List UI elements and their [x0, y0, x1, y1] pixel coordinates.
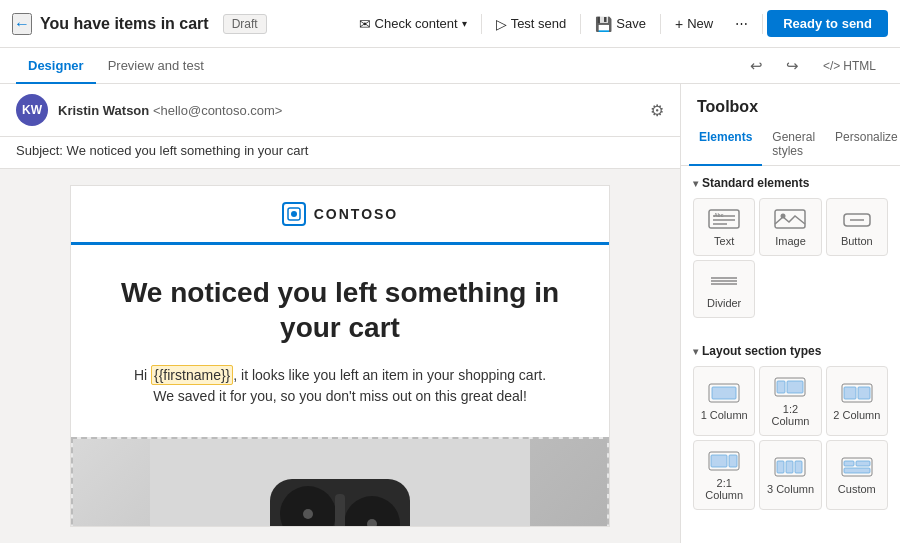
svg-rect-15: [775, 210, 805, 228]
2col-label: 2 Column: [833, 409, 880, 421]
more-button[interactable]: ⋯: [725, 11, 758, 36]
toolbox-pane: Toolbox Elements General styles Personal…: [680, 84, 900, 543]
layout-custom[interactable]: Custom: [826, 440, 888, 510]
email-canvas: CONTOSO We noticed you left something in…: [70, 185, 610, 527]
back-button[interactable]: ←: [12, 13, 32, 35]
svg-rect-40: [844, 468, 870, 473]
email-logo-section: CONTOSO: [71, 186, 609, 245]
tab-designer[interactable]: Designer: [16, 48, 96, 84]
svg-rect-32: [729, 455, 737, 467]
button-label: Button: [841, 235, 873, 247]
svg-rect-39: [856, 461, 870, 466]
svg-rect-8: [335, 494, 345, 527]
layout-21col[interactable]: 2:1 Column: [693, 440, 755, 510]
svg-rect-25: [777, 381, 785, 393]
svg-rect-31: [711, 455, 727, 467]
3col-label: 3 Column: [767, 483, 814, 495]
ready-to-send-button[interactable]: Ready to send: [767, 10, 888, 37]
chevron-layout-icon: ▾: [693, 346, 698, 357]
tab-bar: Designer Preview and test ↩ ↪ </> HTML: [0, 48, 900, 84]
settings-icon[interactable]: ⚙: [650, 101, 664, 120]
button-element-icon: [839, 207, 875, 231]
contoso-logo-text: CONTOSO: [314, 206, 399, 222]
layout-2col[interactable]: 2 Column: [826, 366, 888, 436]
custom-label: Custom: [838, 483, 876, 495]
email-sub-text: Hi {{firstname}}, it looks like you left…: [111, 365, 569, 407]
toolbox-tab-elements[interactable]: Elements: [689, 124, 762, 166]
save-icon: 💾: [595, 16, 612, 32]
envelope-icon: ✉: [359, 16, 371, 32]
layout-1col[interactable]: 1 Column: [693, 366, 755, 436]
toolbox-tabs: Elements General styles Personalize: [681, 124, 900, 166]
html-button[interactable]: </> HTML: [815, 52, 884, 80]
svg-rect-28: [844, 387, 856, 399]
firstname-token: {{firstname}}: [151, 365, 233, 385]
svg-rect-34: [777, 461, 784, 473]
redo-button[interactable]: ↪: [779, 52, 807, 80]
element-divider[interactable]: Divider: [693, 260, 755, 318]
1col-icon: [706, 381, 742, 405]
divider-label: Divider: [707, 297, 741, 309]
subject-row: Subject: We noticed you left something i…: [0, 137, 680, 169]
email-headline: We noticed you left something in your ca…: [111, 275, 569, 345]
svg-rect-26: [787, 381, 803, 393]
elements-grid: Abc Text Image: [693, 198, 888, 318]
svg-point-5: [303, 509, 313, 519]
image-element-icon: [772, 207, 808, 231]
element-image[interactable]: Image: [759, 198, 821, 256]
send-icon: ▷: [496, 16, 507, 32]
chevron-icon: ▾: [693, 178, 698, 189]
check-content-button[interactable]: ✉ Check content ▾: [349, 11, 477, 37]
undo-button[interactable]: ↩: [743, 52, 771, 80]
sender-name: Kristin Watson: [58, 103, 149, 118]
21col-icon: [706, 449, 742, 473]
layout-3col[interactable]: 3 Column: [759, 440, 821, 510]
toolbox-tab-personalize[interactable]: Personalize: [825, 124, 900, 166]
code-icon: </>: [823, 59, 840, 73]
2col-icon: [839, 381, 875, 405]
email-body: We noticed you left something in your ca…: [71, 245, 609, 437]
layout-grid: 1 Column 1:2 Column: [693, 366, 888, 510]
toolbox-tab-general[interactable]: General styles: [762, 124, 825, 166]
12col-label: 1:2 Column: [764, 403, 816, 427]
svg-rect-35: [786, 461, 793, 473]
plus-icon: +: [675, 16, 683, 32]
chevron-down-icon: ▾: [462, 18, 467, 29]
image-label: Image: [775, 235, 806, 247]
contoso-logo-icon: [282, 202, 306, 226]
header-actions: ✉ Check content ▾ ▷ Test send 💾 Save + N…: [349, 10, 888, 37]
svg-text:Abc: Abc: [714, 212, 724, 218]
svg-rect-38: [844, 461, 854, 466]
email-logo: CONTOSO: [91, 202, 589, 226]
custom-icon: [839, 455, 875, 479]
tab-preview[interactable]: Preview and test: [96, 48, 216, 84]
svg-rect-36: [795, 461, 802, 473]
new-button[interactable]: + New: [665, 11, 723, 37]
tabbar-right-actions: ↩ ↪ </> HTML: [743, 52, 884, 80]
editor-pane: KW Kristin Watson <hello@contoso.com> ⚙ …: [0, 84, 680, 543]
svg-point-1: [291, 211, 297, 217]
toolbox-title: Toolbox: [681, 84, 900, 124]
svg-rect-29: [858, 387, 870, 399]
avatar: KW: [16, 94, 48, 126]
product-image-placeholder: [73, 439, 607, 527]
divider-element-icon: [706, 269, 742, 293]
sender-info: Kristin Watson <hello@contoso.com>: [58, 103, 640, 118]
test-send-button[interactable]: ▷ Test send: [486, 11, 577, 37]
save-button[interactable]: 💾 Save: [585, 11, 656, 37]
element-text[interactable]: Abc Text: [693, 198, 755, 256]
layout-12col[interactable]: 1:2 Column: [759, 366, 821, 436]
standard-elements-header[interactable]: ▾ Standard elements: [693, 176, 888, 190]
product-image-area[interactable]: [71, 437, 609, 527]
svg-rect-23: [712, 387, 736, 399]
text-element-icon: Abc: [706, 207, 742, 231]
1col-label: 1 Column: [701, 409, 748, 421]
standard-elements-section: ▾ Standard elements Abc Text: [681, 166, 900, 334]
main-area: KW Kristin Watson <hello@contoso.com> ⚙ …: [0, 84, 900, 543]
sender-email: <hello@contoso.com>: [153, 103, 283, 118]
subject-value: We noticed you left something in your ca…: [67, 143, 309, 158]
sender-row: KW Kristin Watson <hello@contoso.com> ⚙: [0, 84, 680, 137]
svg-point-16: [781, 214, 786, 219]
layout-section-header[interactable]: ▾ Layout section types: [693, 344, 888, 358]
element-button[interactable]: Button: [826, 198, 888, 256]
